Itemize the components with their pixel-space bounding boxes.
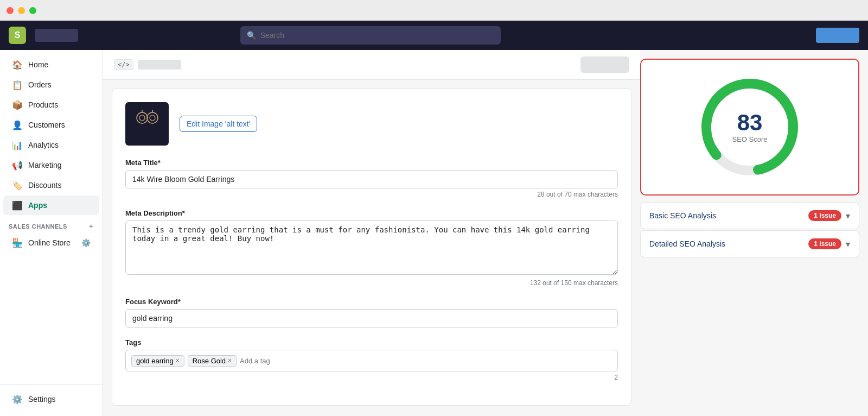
top-navigation: S 🔍 — [0, 21, 868, 50]
meta-title-label: Meta Title* — [125, 159, 618, 167]
sidebar-item-analytics[interactable]: 📊 Analytics — [3, 135, 99, 155]
sidebar-item-online-store[interactable]: 🏪 Online Store ⚙️ — [3, 233, 99, 253]
tag-chip-gold-earring: gold earring × — [131, 355, 184, 367]
svg-point-4 — [150, 115, 155, 121]
sidebar-nav: 🏠 Home 📋 Orders 📦 Products 👤 Customers 📊… — [0, 50, 103, 384]
tag-add-input[interactable] — [240, 357, 612, 365]
add-sales-channel-icon[interactable]: ＋ — [88, 222, 94, 230]
breadcrumb-bar: </> — [103, 50, 640, 80]
search-bar[interactable]: 🔍 — [240, 26, 501, 45]
analytics-icon: 📊 — [12, 140, 23, 150]
sidebar-item-orders[interactable]: 📋 Orders — [3, 75, 99, 94]
sidebar-item-label: Customers — [28, 121, 65, 129]
breadcrumb-save-button[interactable] — [580, 56, 629, 73]
meta-description-label: Meta Description* — [125, 209, 618, 217]
search-input[interactable] — [260, 31, 494, 40]
minimize-button[interactable] — [18, 7, 25, 14]
marketing-icon: 📢 — [12, 160, 23, 171]
product-thumbnail — [125, 102, 169, 146]
detailed-seo-analysis-item[interactable]: Detailed SEO Analysis 1 Issue ▾ — [640, 230, 859, 257]
main-layout: 🏠 Home 📋 Orders 📦 Products 👤 Customers 📊… — [0, 50, 868, 416]
online-store-settings-icon[interactable]: ⚙️ — [81, 238, 91, 247]
sidebar-item-products[interactable]: 📦 Products — [3, 95, 99, 115]
basic-seo-right: 1 Issue ▾ — [808, 210, 850, 221]
tag-remove-gold-earring[interactable]: × — [176, 357, 180, 364]
sidebar-item-label: Home — [28, 60, 48, 69]
sidebar-item-customers[interactable]: 👤 Customers — [3, 115, 99, 135]
tags-input-area[interactable]: gold earring × Rose Gold × — [125, 350, 618, 371]
meta-title-char-count: 28 out of 70 max characters — [125, 191, 618, 198]
tag-remove-rose-gold[interactable]: × — [228, 357, 232, 364]
breadcrumb-code-icon: </> — [114, 59, 133, 70]
meta-description-input[interactable] — [125, 220, 618, 275]
settings-icon: ⚙️ — [12, 394, 23, 405]
sidebar-item-label: Discounts — [28, 181, 61, 190]
focus-keyword-input[interactable] — [125, 309, 618, 327]
seo-analysis-list: Basic SEO Analysis 1 Issue ▾ Detailed SE… — [640, 202, 859, 257]
home-icon: 🏠 — [12, 59, 23, 70]
tags-count: 2 — [125, 374, 618, 381]
score-text: SEO Score — [732, 135, 767, 143]
basic-seo-chevron-icon: ▾ — [846, 211, 850, 221]
product-image-row: Edit Image 'alt text' — [125, 102, 618, 146]
search-icon: 🔍 — [247, 31, 256, 40]
seo-score-card: 83 SEO Score — [640, 59, 859, 196]
sales-channels-header: SALES CHANNELS ＋ — [0, 216, 103, 232]
sidebar-item-apps[interactable]: ⬛ Apps — [3, 196, 99, 215]
main-panel: </> — [103, 50, 640, 416]
tag-label: gold earring — [136, 357, 174, 365]
sidebar-item-label: Analytics — [28, 141, 59, 149]
orders-icon: 📋 — [12, 79, 23, 90]
sidebar: 🏠 Home 📋 Orders 📦 Products 👤 Customers 📊… — [0, 50, 103, 416]
apps-icon: ⬛ — [12, 200, 23, 211]
sidebar-item-marketing[interactable]: 📢 Marketing — [3, 155, 99, 175]
detailed-seo-right: 1 Issue ▾ — [808, 238, 850, 249]
meta-title-group: Meta Title* 28 out of 70 max characters — [125, 159, 618, 198]
nav-right-button[interactable] — [816, 28, 859, 43]
sidebar-item-settings[interactable]: ⚙️ Settings — [3, 389, 99, 409]
discounts-icon: 🏷️ — [12, 180, 23, 191]
sidebar-item-discounts[interactable]: 🏷️ Discounts — [3, 175, 99, 195]
store-name — [35, 29, 78, 42]
meta-title-input[interactable] — [125, 170, 618, 188]
basic-seo-label: Basic SEO Analysis — [649, 211, 716, 220]
form-container: Edit Image 'alt text' Meta Title* 28 out… — [112, 89, 631, 406]
earring-image-svg — [132, 107, 162, 137]
tag-label: Rose Gold — [193, 357, 226, 365]
detailed-seo-chevron-icon: ▾ — [846, 239, 850, 249]
score-number: 83 — [732, 111, 767, 134]
meta-description-group: Meta Description* 132 out of 150 max cha… — [125, 209, 618, 287]
online-store-icon: 🏪 — [12, 237, 23, 248]
detailed-seo-issue-badge: 1 Issue — [808, 238, 841, 249]
right-panel: 83 SEO Score Basic SEO Analysis 1 Issue … — [640, 50, 868, 416]
customers-icon: 👤 — [12, 119, 23, 130]
tags-group: Tags gold earring × Rose Gold × 2 — [125, 338, 618, 381]
sidebar-item-label: Products — [28, 100, 58, 109]
sidebar-item-label: Marketing — [28, 161, 61, 169]
sidebar-item-label: Online Store — [28, 238, 71, 247]
breadcrumb-path — [138, 60, 181, 70]
score-donut: 83 SEO Score — [695, 73, 804, 181]
products-icon: 📦 — [12, 99, 23, 110]
tags-label: Tags — [125, 338, 618, 346]
svg-point-1 — [139, 115, 145, 121]
focus-keyword-group: Focus Keyword* — [125, 298, 618, 327]
content-area: </> — [103, 50, 868, 416]
edit-alt-text-button[interactable]: Edit Image 'alt text' — [180, 116, 257, 132]
basic-seo-issue-badge: 1 Issue — [808, 210, 841, 221]
close-button[interactable] — [7, 7, 14, 14]
basic-seo-analysis-item[interactable]: Basic SEO Analysis 1 Issue ▾ — [640, 202, 859, 229]
focus-keyword-label: Focus Keyword* — [125, 298, 618, 306]
titlebar — [0, 0, 868, 21]
maximize-button[interactable] — [29, 7, 36, 14]
svg-point-3 — [147, 112, 158, 123]
product-image — [132, 107, 162, 141]
svg-point-0 — [137, 112, 148, 123]
sidebar-footer: ⚙️ Settings — [0, 384, 103, 416]
sidebar-item-label: Orders — [28, 80, 52, 89]
meta-description-char-count: 132 out of 150 max characters — [125, 279, 618, 287]
sidebar-item-home[interactable]: 🏠 Home — [3, 55, 99, 74]
detailed-seo-label: Detailed SEO Analysis — [649, 239, 725, 248]
sidebar-item-label: Settings — [28, 395, 56, 404]
sidebar-item-label: Apps — [28, 201, 47, 210]
